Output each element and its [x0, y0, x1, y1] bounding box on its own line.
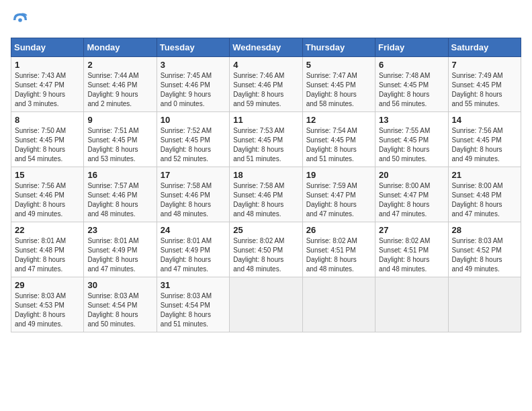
day-details: Sunrise: 8:02 AMSunset: 4:50 PMDaylight:…	[233, 236, 298, 274]
day-details: Sunrise: 7:57 AMSunset: 4:46 PMDaylight:…	[87, 181, 152, 219]
table-row	[375, 277, 448, 332]
day-number: 11	[233, 115, 298, 125]
page-header	[11, 11, 521, 30]
day-number: 25	[233, 225, 298, 235]
table-row: 20Sunrise: 8:00 AMSunset: 4:47 PMDayligh…	[375, 167, 448, 222]
day-number: 26	[306, 225, 371, 235]
logo	[11, 11, 34, 30]
day-number: 1	[15, 60, 80, 70]
day-number: 17	[161, 170, 226, 180]
logo-icon	[11, 11, 30, 30]
day-details: Sunrise: 7:47 AMSunset: 4:45 PMDaylight:…	[306, 71, 371, 109]
day-details: Sunrise: 8:03 AMSunset: 4:54 PMDaylight:…	[87, 291, 152, 329]
day-details: Sunrise: 8:02 AMSunset: 4:51 PMDaylight:…	[379, 236, 444, 274]
day-details: Sunrise: 8:01 AMSunset: 4:49 PMDaylight:…	[161, 236, 226, 274]
day-details: Sunrise: 8:01 AMSunset: 4:49 PMDaylight:…	[87, 236, 152, 274]
day-details: Sunrise: 8:03 AMSunset: 4:54 PMDaylight:…	[161, 291, 226, 329]
day-header-saturday: Saturday	[448, 38, 521, 57]
day-details: Sunrise: 7:59 AMSunset: 4:47 PMDaylight:…	[306, 181, 371, 219]
day-number: 6	[379, 60, 444, 70]
day-number: 23	[87, 225, 152, 235]
day-details: Sunrise: 7:51 AMSunset: 4:45 PMDaylight:…	[87, 126, 152, 164]
day-number: 24	[161, 225, 226, 235]
day-details: Sunrise: 7:52 AMSunset: 4:45 PMDaylight:…	[161, 126, 226, 164]
table-row	[230, 277, 302, 332]
day-details: Sunrise: 7:55 AMSunset: 4:45 PMDaylight:…	[379, 126, 444, 164]
day-details: Sunrise: 8:03 AMSunset: 4:53 PMDaylight:…	[15, 291, 80, 329]
day-number: 30	[87, 280, 152, 290]
day-number: 22	[15, 225, 80, 235]
day-number: 10	[161, 115, 226, 125]
day-details: Sunrise: 8:00 AMSunset: 4:48 PMDaylight:…	[452, 181, 517, 219]
table-row	[448, 277, 521, 332]
day-number: 20	[379, 170, 444, 180]
day-number: 31	[161, 280, 226, 290]
day-number: 7	[452, 60, 517, 70]
day-number: 16	[87, 170, 152, 180]
day-number: 4	[233, 60, 298, 70]
table-row: 1Sunrise: 7:43 AMSunset: 4:47 PMDaylight…	[11, 57, 84, 112]
table-row: 16Sunrise: 7:57 AMSunset: 4:46 PMDayligh…	[84, 167, 157, 222]
day-number: 15	[15, 170, 80, 180]
table-row: 24Sunrise: 8:01 AMSunset: 4:49 PMDayligh…	[157, 222, 229, 277]
day-details: Sunrise: 7:46 AMSunset: 4:46 PMDaylight:…	[233, 71, 298, 109]
table-row: 8Sunrise: 7:50 AMSunset: 4:45 PMDaylight…	[11, 112, 84, 167]
table-row: 19Sunrise: 7:59 AMSunset: 4:47 PMDayligh…	[302, 167, 375, 222]
day-number: 2	[87, 60, 152, 70]
calendar-week-1: 8Sunrise: 7:50 AMSunset: 4:45 PMDaylight…	[11, 112, 521, 167]
table-row: 27Sunrise: 8:02 AMSunset: 4:51 PMDayligh…	[375, 222, 448, 277]
table-row: 6Sunrise: 7:48 AMSunset: 4:45 PMDaylight…	[375, 57, 448, 112]
day-header-thursday: Thursday	[302, 38, 375, 57]
day-details: Sunrise: 7:44 AMSunset: 4:46 PMDaylight:…	[87, 71, 152, 109]
table-row: 22Sunrise: 8:01 AMSunset: 4:48 PMDayligh…	[11, 222, 84, 277]
day-details: Sunrise: 7:56 AMSunset: 4:46 PMDaylight:…	[15, 181, 80, 219]
table-row: 26Sunrise: 8:02 AMSunset: 4:51 PMDayligh…	[302, 222, 375, 277]
day-header-wednesday: Wednesday	[230, 38, 302, 57]
table-row: 14Sunrise: 7:56 AMSunset: 4:45 PMDayligh…	[448, 112, 521, 167]
svg-point-0	[18, 18, 22, 22]
table-row: 15Sunrise: 7:56 AMSunset: 4:46 PMDayligh…	[11, 167, 84, 222]
table-row: 23Sunrise: 8:01 AMSunset: 4:49 PMDayligh…	[84, 222, 157, 277]
table-row: 25Sunrise: 8:02 AMSunset: 4:50 PMDayligh…	[230, 222, 302, 277]
day-details: Sunrise: 7:48 AMSunset: 4:45 PMDaylight:…	[379, 71, 444, 109]
calendar-week-2: 15Sunrise: 7:56 AMSunset: 4:46 PMDayligh…	[11, 167, 521, 222]
day-details: Sunrise: 8:00 AMSunset: 4:47 PMDaylight:…	[379, 181, 444, 219]
day-number: 28	[452, 225, 517, 235]
table-row: 2Sunrise: 7:44 AMSunset: 4:46 PMDaylight…	[84, 57, 157, 112]
day-header-friday: Friday	[375, 38, 448, 57]
table-row: 18Sunrise: 7:58 AMSunset: 4:46 PMDayligh…	[230, 167, 302, 222]
table-row: 29Sunrise: 8:03 AMSunset: 4:53 PMDayligh…	[11, 277, 84, 332]
table-row: 4Sunrise: 7:46 AMSunset: 4:46 PMDaylight…	[230, 57, 302, 112]
table-row: 3Sunrise: 7:45 AMSunset: 4:46 PMDaylight…	[157, 57, 229, 112]
table-row: 17Sunrise: 7:58 AMSunset: 4:46 PMDayligh…	[157, 167, 229, 222]
day-number: 3	[161, 60, 226, 70]
day-details: Sunrise: 7:43 AMSunset: 4:47 PMDaylight:…	[15, 71, 80, 109]
day-header-tuesday: Tuesday	[157, 38, 229, 57]
day-details: Sunrise: 7:49 AMSunset: 4:45 PMDaylight:…	[452, 71, 517, 109]
day-header-sunday: Sunday	[11, 38, 84, 57]
day-number: 8	[15, 115, 80, 125]
day-number: 13	[379, 115, 444, 125]
day-details: Sunrise: 8:03 AMSunset: 4:52 PMDaylight:…	[452, 236, 517, 274]
table-row	[302, 277, 375, 332]
table-row: 12Sunrise: 7:54 AMSunset: 4:45 PMDayligh…	[302, 112, 375, 167]
day-number: 9	[87, 115, 152, 125]
day-number: 14	[452, 115, 517, 125]
day-details: Sunrise: 7:58 AMSunset: 4:46 PMDaylight:…	[161, 181, 226, 219]
day-details: Sunrise: 7:56 AMSunset: 4:45 PMDaylight:…	[452, 126, 517, 164]
calendar-table: SundayMondayTuesdayWednesdayThursdayFrid…	[11, 38, 521, 332]
day-details: Sunrise: 7:54 AMSunset: 4:45 PMDaylight:…	[306, 126, 371, 164]
day-number: 5	[306, 60, 371, 70]
calendar-week-3: 22Sunrise: 8:01 AMSunset: 4:48 PMDayligh…	[11, 222, 521, 277]
day-header-monday: Monday	[84, 38, 157, 57]
table-row: 5Sunrise: 7:47 AMSunset: 4:45 PMDaylight…	[302, 57, 375, 112]
day-number: 19	[306, 170, 371, 180]
table-row: 11Sunrise: 7:53 AMSunset: 4:45 PMDayligh…	[230, 112, 302, 167]
table-row: 31Sunrise: 8:03 AMSunset: 4:54 PMDayligh…	[157, 277, 229, 332]
calendar-week-4: 29Sunrise: 8:03 AMSunset: 4:53 PMDayligh…	[11, 277, 521, 332]
table-row: 21Sunrise: 8:00 AMSunset: 4:48 PMDayligh…	[448, 167, 521, 222]
table-row: 30Sunrise: 8:03 AMSunset: 4:54 PMDayligh…	[84, 277, 157, 332]
day-number: 12	[306, 115, 371, 125]
day-details: Sunrise: 7:45 AMSunset: 4:46 PMDaylight:…	[161, 71, 226, 109]
day-details: Sunrise: 7:50 AMSunset: 4:45 PMDaylight:…	[15, 126, 80, 164]
